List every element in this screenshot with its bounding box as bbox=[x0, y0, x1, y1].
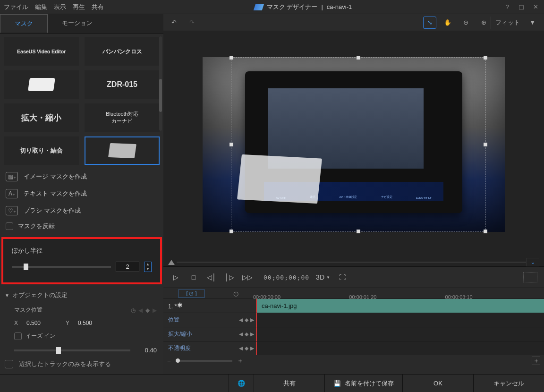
zoom-out-icon[interactable]: − bbox=[167, 358, 171, 365]
resize-handle[interactable] bbox=[230, 230, 233, 233]
timeline-options-dropdown[interactable]: [ ◷ ] bbox=[178, 290, 204, 298]
pointer-tool[interactable]: ⤡ bbox=[423, 17, 436, 29]
kf-prev-icon[interactable]: ◀ bbox=[239, 331, 243, 337]
kf-prev-icon[interactable]: ◀ bbox=[239, 345, 243, 351]
selection-box[interactable] bbox=[231, 57, 486, 232]
redo-button[interactable]: ↷ bbox=[185, 17, 198, 29]
resize-handle[interactable] bbox=[230, 143, 233, 146]
zoom-out-button[interactable]: ⊖ bbox=[459, 17, 472, 29]
clip-track[interactable]: ca-navi-1.jpg bbox=[256, 299, 544, 313]
resize-handle[interactable] bbox=[484, 230, 487, 233]
save-as-button[interactable]: 💾名前を付けて保存 bbox=[324, 375, 402, 392]
invert-mask-checkbox[interactable] bbox=[6, 222, 13, 230]
add-track-button[interactable]: ＋ bbox=[532, 357, 540, 365]
create-image-mask[interactable]: ▧₊ イメージ マスクを作成 bbox=[5, 168, 159, 185]
easein-slider[interactable] bbox=[14, 349, 130, 351]
menu-file[interactable]: ファイル bbox=[4, 3, 28, 11]
blur-radius-spinner[interactable]: ▲ ▼ bbox=[144, 262, 152, 272]
object-settings-header[interactable]: ▼ オブジェクトの設定 bbox=[0, 287, 163, 303]
y-value[interactable]: 0.500 bbox=[78, 320, 104, 326]
mask-thumb[interactable]: EaseUS Video Editor bbox=[4, 37, 79, 66]
blur-radius-slider[interactable] bbox=[12, 266, 111, 268]
mask-thumb-selected[interactable] bbox=[85, 136, 160, 165]
stopwatch-icon[interactable]: ◷ bbox=[233, 290, 238, 297]
mask-thumb[interactable]: 切り取り・結合 bbox=[4, 136, 79, 165]
kf-marker-icon[interactable]: ◆ bbox=[245, 331, 248, 337]
track-opacity-label[interactable]: 不透明度 bbox=[163, 344, 244, 352]
collapse-button[interactable]: ⌄ bbox=[526, 258, 539, 266]
show-selected-track-only-checkbox[interactable] bbox=[5, 360, 13, 368]
play-button[interactable]: ▷ bbox=[170, 272, 181, 283]
menu-share[interactable]: 共有 bbox=[92, 3, 104, 11]
kf-marker-icon[interactable]: ◆ bbox=[245, 317, 248, 323]
resize-handle[interactable] bbox=[484, 56, 487, 60]
slider-knob[interactable] bbox=[24, 264, 28, 270]
tab-mask[interactable]: マスク bbox=[0, 14, 48, 33]
zoom-in-icon[interactable]: ＋ bbox=[237, 357, 243, 365]
kf-marker-icon[interactable]: ◆ bbox=[245, 345, 248, 351]
tab-motion[interactable]: モーション bbox=[48, 14, 107, 33]
zoom-fit-dropdown[interactable]: フィット ▼ bbox=[490, 17, 540, 29]
mask-thumb[interactable] bbox=[4, 70, 79, 99]
kf-next-icon[interactable]: ▶ bbox=[250, 331, 254, 337]
zoom-in-button[interactable]: ⊕ bbox=[477, 17, 490, 29]
slider-knob[interactable] bbox=[56, 347, 61, 354]
help-button[interactable]: ? bbox=[502, 3, 512, 10]
create-text-mask[interactable]: A₊ テキスト マスクを作成 bbox=[5, 185, 159, 202]
menu-view[interactable]: 表示 bbox=[54, 3, 66, 11]
cancel-button[interactable]: キャンセル bbox=[473, 375, 544, 392]
easein-checkbox[interactable] bbox=[14, 332, 22, 340]
track-scale[interactable] bbox=[256, 327, 544, 341]
web-button[interactable]: 🌐 bbox=[229, 375, 254, 392]
kf-next-icon[interactable]: ▶ bbox=[250, 317, 254, 323]
easein-value[interactable]: 0.40 bbox=[136, 347, 157, 354]
track-opacity[interactable] bbox=[256, 341, 544, 355]
position-track[interactable] bbox=[177, 262, 526, 263]
timecode-display[interactable]: 00;00;00;00 bbox=[264, 274, 309, 281]
track-position[interactable] bbox=[256, 313, 544, 327]
timeline-zoom-slider[interactable] bbox=[176, 360, 232, 362]
menu-edit[interactable]: 編集 bbox=[35, 3, 47, 11]
mask-list-scrollbar[interactable] bbox=[159, 36, 162, 131]
resize-handle[interactable] bbox=[484, 143, 487, 146]
share-button[interactable]: 共有 bbox=[254, 375, 324, 392]
spinner-down-icon[interactable]: ▼ bbox=[144, 267, 151, 272]
resize-handle[interactable] bbox=[230, 56, 233, 60]
slider-knob[interactable] bbox=[176, 358, 180, 363]
ok-button[interactable]: OK bbox=[402, 375, 473, 392]
kf-next-icon[interactable]: ▶ bbox=[250, 345, 254, 351]
prev-frame-button[interactable]: ◁│ bbox=[206, 272, 217, 283]
mask-thumb[interactable]: Bluetooth対応 カーナビ bbox=[85, 103, 160, 132]
maximize-button[interactable]: ▢ bbox=[517, 3, 526, 10]
3d-toggle[interactable]: 3D▼ bbox=[316, 272, 330, 283]
stopwatch-icon[interactable]: ◷ bbox=[131, 307, 136, 314]
kf-add-icon[interactable]: ◆ bbox=[145, 307, 150, 314]
resize-handle[interactable] bbox=[357, 56, 360, 60]
menu-play[interactable]: 再生 bbox=[73, 3, 85, 11]
kf-prev-icon[interactable]: ◀ bbox=[138, 307, 143, 314]
invert-mask-row[interactable]: マスクを反転 bbox=[5, 219, 159, 231]
track-scale-label[interactable]: 拡大/縮小 bbox=[163, 330, 244, 338]
preview-area[interactable]: AV OFF電話AV・本体設定ナビ設定EJECT/TILT bbox=[163, 31, 544, 258]
spinner-up-icon[interactable]: ▲ bbox=[144, 262, 151, 267]
mask-thumb[interactable]: 拡大・縮小 bbox=[4, 103, 79, 132]
stop-button[interactable]: □ bbox=[188, 272, 199, 283]
create-brush-mask[interactable]: ♡₊ ブラシ マスクを作成 bbox=[5, 202, 159, 219]
safe-zone-toggle[interactable] bbox=[523, 272, 537, 282]
clip-row-label[interactable]: 1. *✱ bbox=[163, 302, 244, 310]
kf-prev-icon[interactable]: ◀ bbox=[239, 317, 243, 323]
kf-next-icon[interactable]: ▶ bbox=[153, 307, 157, 314]
fast-forward-button[interactable]: ▷▷ bbox=[242, 272, 253, 283]
next-frame-button[interactable]: │▷ bbox=[224, 272, 235, 283]
mask-thumb[interactable]: バンバンクロス bbox=[85, 37, 160, 66]
preview-canvas[interactable]: AV OFF電話AV・本体設定ナビ設定EJECT/TILT bbox=[203, 57, 505, 232]
x-value[interactable]: 0.500 bbox=[26, 320, 52, 326]
fullscreen-button[interactable]: ⛶ bbox=[337, 272, 348, 283]
resize-handle[interactable] bbox=[357, 230, 360, 233]
close-button[interactable]: ✕ bbox=[531, 3, 540, 10]
hand-tool[interactable]: ✋ bbox=[441, 17, 454, 29]
mask-thumb[interactable]: ZDR-015 bbox=[85, 70, 160, 99]
blur-radius-value[interactable]: 2 bbox=[116, 262, 139, 272]
clip-block[interactable]: ca-navi-1.jpg bbox=[257, 299, 544, 313]
track-position-label[interactable]: 位置 bbox=[163, 316, 244, 324]
